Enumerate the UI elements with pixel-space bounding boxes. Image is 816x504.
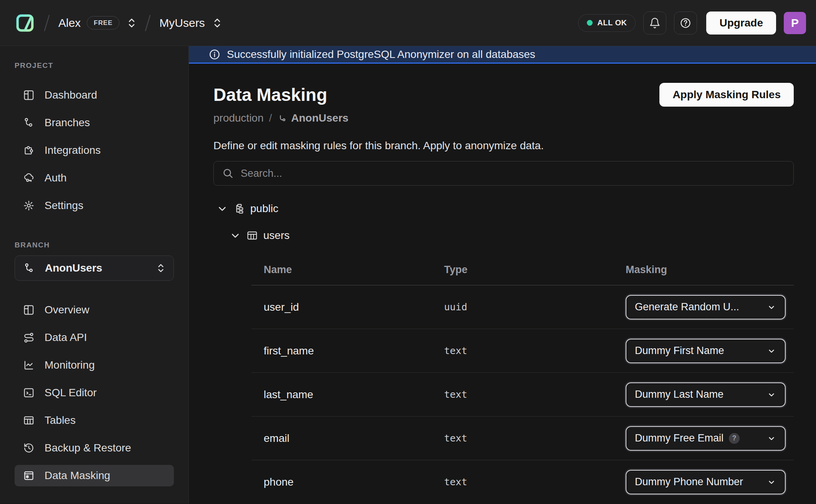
page-title: Data Masking [213, 83, 327, 107]
column-type: text [444, 476, 626, 488]
sidebar-item-label: Dashboard [45, 89, 97, 101]
sidebar-item-data-api[interactable]: Data API [15, 327, 174, 348]
masking-select-value: Dummy Phone Number [635, 476, 743, 488]
project-name: MyUsers [159, 16, 205, 30]
sidebar-item-label: SQL Editor [45, 387, 97, 399]
search-icon [222, 168, 234, 179]
status-pill[interactable]: ALL OK [578, 14, 636, 32]
sidebar-item-data-masking[interactable]: Data Masking [15, 465, 174, 486]
masking-select[interactable]: Dummy Free Email ? [626, 426, 786, 451]
divider-slash-icon [144, 14, 152, 32]
breadcrumb: production / AnonUsers [213, 111, 794, 125]
breadcrumb-branch-label: AnonUsers [291, 112, 349, 124]
help-icon [680, 17, 691, 29]
sidebar-item-label: Integrations [45, 144, 101, 156]
branch-icon [23, 262, 35, 274]
neon-logo-icon[interactable] [15, 13, 35, 33]
masking-select-value: Dummy Last Name [635, 389, 723, 400]
column-name: first_name [264, 345, 444, 357]
sidebar-item-dashboard[interactable]: Dashboard [15, 84, 174, 106]
sidebar-item-label: Data API [45, 331, 87, 344]
info-icon [209, 49, 220, 60]
masking-select[interactable]: Dummy First Name [626, 339, 786, 363]
org-switcher[interactable]: Alex FREE [58, 16, 136, 30]
table-header-row: Name Type Masking [251, 255, 794, 285]
table-icon [246, 230, 258, 241]
upgrade-button[interactable]: Upgrade [706, 12, 776, 35]
header-breadcrumbs: Alex FREE MyUsers [15, 13, 222, 33]
terminal-icon [23, 387, 35, 399]
tree-node-table[interactable]: users [230, 226, 794, 245]
sidebar-item-label: Data Masking [45, 469, 110, 482]
sidebar-section-branch: BRANCH [15, 241, 174, 250]
divider-slash-icon [43, 14, 51, 32]
sidebar-item-monitoring[interactable]: Monitoring [15, 354, 174, 376]
sidebar-item-label: Auth [45, 172, 67, 184]
sidebar-item-auth[interactable]: Auth [15, 167, 174, 189]
tree-schema-label: public [250, 203, 278, 215]
sidebar-item-settings[interactable]: Settings [15, 195, 174, 216]
masking-select[interactable]: Generate Random U... [626, 295, 786, 320]
sidebar: PROJECT Dashboard Branches Integrations [0, 46, 189, 504]
breadcrumb-branch[interactable]: AnonUsers [278, 112, 349, 124]
table-icon [23, 415, 35, 426]
dashboard-icon [23, 89, 35, 101]
help-button[interactable] [674, 12, 697, 35]
tree-table-label: users [263, 229, 289, 242]
column-type: text [444, 345, 626, 356]
page-description: Define or edit masking rules for this br… [213, 140, 794, 152]
masking-select[interactable]: Dummy Last Name [626, 382, 786, 407]
search-input[interactable] [241, 161, 785, 185]
help-badge[interactable]: ? [729, 433, 740, 444]
breadcrumb-separator: / [269, 112, 272, 124]
sidebar-item-backup-restore[interactable]: Backup & Restore [15, 437, 174, 459]
success-banner: Successfully initialized PostgreSQL Anon… [189, 46, 816, 64]
tree-node-schema[interactable]: public [216, 199, 794, 219]
main-panel: Successfully initialized PostgreSQL Anon… [189, 46, 816, 504]
org-name: Alex [58, 16, 81, 30]
column-type: text [444, 389, 626, 400]
chevron-down-icon [766, 477, 776, 487]
banner-message: Successfully initialized PostgreSQL Anon… [227, 48, 535, 61]
column-name: email [264, 432, 444, 445]
chevrons-updown-icon [157, 263, 165, 273]
branch-selector-value: AnonUsers [45, 262, 102, 274]
sidebar-item-tables[interactable]: Tables [15, 410, 174, 431]
avatar[interactable]: P [784, 12, 806, 34]
column-type: uuid [444, 301, 626, 313]
puzzle-icon [23, 145, 35, 156]
status-dot [587, 20, 593, 26]
branch-selector[interactable]: AnonUsers [15, 255, 174, 281]
chart-line-icon [23, 359, 35, 371]
chevron-down-icon [766, 302, 776, 312]
table-row: user_id uuid Generate Random U... [251, 285, 794, 329]
overview-icon [23, 304, 35, 316]
top-header: Alex FREE MyUsers ALL OK [0, 0, 816, 46]
chevrons-updown-icon [213, 17, 222, 29]
schema-tree: public users [216, 199, 794, 245]
sidebar-item-sql-editor[interactable]: SQL Editor [15, 382, 174, 404]
table-row: first_name text Dummy First Name [251, 329, 794, 373]
column-name: last_name [264, 389, 444, 401]
breadcrumb-parent[interactable]: production [213, 112, 264, 124]
history-clock-icon [23, 442, 35, 454]
apply-masking-rules-button[interactable]: Apply Masking Rules [659, 83, 794, 107]
chevron-down-icon [766, 390, 776, 400]
search-box [213, 161, 794, 186]
sidebar-item-overview[interactable]: Overview [15, 299, 174, 321]
sidebar-item-integrations[interactable]: Integrations [15, 140, 174, 161]
table-row: phone text Dummy Phone Number [251, 460, 794, 504]
table-row: last_name text Dummy Last Name [251, 373, 794, 417]
route-icon [23, 332, 35, 343]
project-switcher[interactable]: MyUsers [159, 16, 221, 30]
sidebar-item-label: Settings [45, 199, 83, 212]
masking-select[interactable]: Dummy Phone Number [626, 470, 786, 494]
sidebar-item-branches[interactable]: Branches [15, 112, 174, 133]
bell-icon [649, 17, 661, 29]
sidebar-item-label: Overview [45, 304, 89, 316]
sidebar-item-label: Tables [45, 414, 76, 427]
gear-icon [23, 200, 35, 211]
mask-window-icon [23, 470, 35, 481]
notifications-button[interactable] [643, 12, 666, 35]
chevron-down-icon [766, 433, 776, 443]
